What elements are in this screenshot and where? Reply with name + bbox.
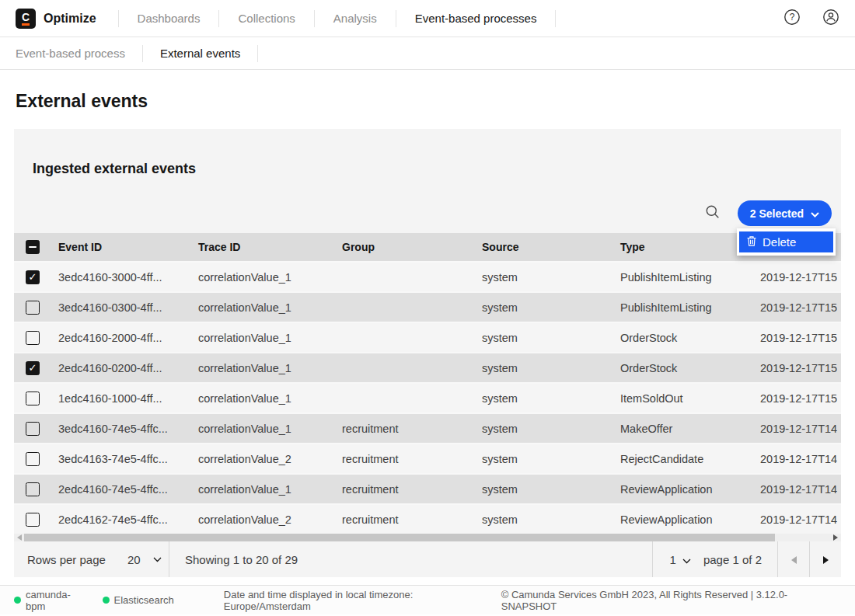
cell-type: PublishItemListing (620, 271, 760, 284)
cell-timestamp: 2019-12-17T15 (760, 392, 841, 405)
cell-type: RejectCandidate (620, 453, 760, 465)
scroll-left-icon[interactable] (14, 534, 24, 541)
status-dot-icon (103, 597, 110, 604)
horizontal-scrollbar[interactable] (14, 534, 841, 541)
cell-timestamp: 2019-12-17T14 (760, 423, 841, 435)
chevron-down-icon (811, 207, 819, 220)
select-all-checkbox[interactable] (26, 240, 40, 254)
table-body: ✓ 3edc4160-3000-4ff... correlationValue_… (14, 261, 841, 534)
copyright-text: © Camunda Services GmbH 2023, All Rights… (501, 589, 841, 612)
app-footer: camunda-bpm Elasticsearch Date and time … (0, 585, 855, 614)
cell-group: recruitment (342, 483, 482, 496)
camunda-logo: C (16, 9, 36, 29)
subnav-item-event-based-process[interactable]: Event-based process (0, 37, 142, 69)
header-checkbox-cell (14, 240, 58, 254)
nav-item-collections[interactable]: Collections (219, 0, 313, 37)
table-controls: 2 Selected (705, 200, 832, 226)
nav-separator (257, 45, 258, 62)
page-select[interactable]: 1 (653, 541, 703, 577)
rows-per-page-value[interactable]: 20 (127, 553, 141, 566)
row-checkbox[interactable] (26, 482, 40, 496)
logo-orange-bar (22, 23, 30, 26)
nav-item-analysis[interactable]: Analysis (315, 0, 396, 37)
row-checkbox[interactable]: ✓ (26, 361, 40, 375)
scroll-right-icon[interactable] (829, 534, 841, 541)
top-nav: Dashboards Collections Analysis Event-ba… (118, 0, 557, 37)
cell-timestamp: 2019-12-17T15 (760, 362, 841, 374)
brand-name: Optimize (44, 12, 96, 26)
row-checkbox[interactable] (26, 392, 40, 405)
column-header-event-id: Event ID (58, 241, 198, 253)
svg-text:?: ? (790, 12, 795, 23)
logo-letter: C (22, 12, 30, 23)
connection-label: Elasticsearch (114, 594, 174, 606)
cell-trace-id: correlationValue_1 (198, 301, 342, 314)
table-row: 3edc4160-74e5-4ffc... correlationValue_1… (14, 412, 841, 443)
rows-per-page-section: Rows per page 20 (14, 541, 169, 577)
cell-type: PublishItemListing (620, 301, 760, 314)
row-checkbox-cell (14, 392, 58, 405)
row-checkbox[interactable] (26, 452, 40, 466)
cell-timestamp: 2019-12-17T14 (760, 453, 841, 465)
cell-trace-id: correlationValue_1 (198, 332, 342, 344)
cell-trace-id: correlationValue_2 (198, 453, 342, 465)
scrollbar-thumb[interactable] (24, 534, 775, 541)
search-icon (705, 204, 721, 222)
cell-trace-id: correlationValue_1 (198, 483, 342, 496)
row-checkbox-cell: ✓ (14, 361, 58, 375)
chevron-right-icon (823, 553, 829, 566)
table-row: ✓ 3edc4160-3000-4ff... correlationValue_… (14, 261, 841, 291)
connection-status-elasticsearch: Elasticsearch (103, 594, 174, 606)
cell-event-id: 2edc4160-74e5-4ffc... (58, 483, 198, 496)
cell-type: ReviewApplication (620, 513, 760, 526)
rows-per-page-chevron-icon[interactable] (153, 557, 162, 562)
table-header-row: Event ID Trace ID Group Source Type (14, 233, 841, 261)
nav-item-dashboards[interactable]: Dashboards (119, 0, 219, 37)
column-header-trace-id: Trace ID (198, 241, 342, 253)
table-row: 1edc4160-1000-4ff... correlationValue_1 … (14, 382, 841, 412)
cell-timestamp: 2019-12-17T15 (760, 271, 841, 284)
user-button[interactable] (822, 9, 839, 28)
cell-event-id: 1edc4160-1000-4ff... (58, 392, 198, 405)
cell-type: OrderStock (620, 362, 760, 374)
table-row: 2edc4160-74e5-4ffc... correlationValue_1… (14, 473, 841, 503)
showing-range-label: Showing 1 to 20 of 29 (169, 541, 653, 577)
cell-source: system (482, 513, 620, 526)
cell-source: system (482, 301, 620, 314)
row-checkbox-cell (14, 422, 58, 436)
selection-dropdown-button[interactable]: 2 Selected (738, 200, 832, 226)
table-row: ✓ 2edc4160-0200-4ff... correlationValue_… (14, 352, 841, 382)
next-page-button[interactable] (809, 541, 841, 577)
column-header-group: Group (342, 241, 482, 253)
cell-event-id: 2edc4162-74e5-4ffc... (58, 513, 198, 526)
row-checkbox[interactable]: ✓ (26, 270, 40, 284)
previous-page-button[interactable] (777, 541, 809, 577)
cell-trace-id: correlationValue_1 (198, 423, 342, 435)
chevron-left-icon (791, 553, 797, 566)
cell-type: MakeOffer (620, 423, 760, 435)
sub-nav: Event-based process External events (0, 37, 855, 70)
row-checkbox-cell (14, 301, 58, 315)
row-checkbox-cell (14, 513, 58, 527)
delete-menu-item[interactable]: Delete (739, 231, 833, 252)
cell-type: OrderStock (620, 332, 760, 344)
rows-per-page-label: Rows per page (27, 553, 106, 566)
subnav-item-external-events[interactable]: External events (143, 37, 257, 69)
help-button[interactable]: ? (783, 9, 801, 28)
row-checkbox[interactable] (26, 422, 40, 436)
table-footer: Rows per page 20 Showing 1 to 20 of 29 1… (14, 541, 841, 577)
cell-event-id: 2edc4160-0200-4ff... (58, 362, 198, 374)
row-checkbox[interactable] (26, 331, 40, 345)
row-checkbox[interactable] (26, 301, 40, 315)
header-icons: ? (783, 9, 839, 28)
page-select-value: 1 (670, 553, 676, 566)
delete-menu-label: Delete (763, 235, 796, 249)
cell-trace-id: correlationValue_1 (198, 362, 342, 374)
events-table: Event ID Trace ID Group Source Type ✓ 3e… (14, 233, 841, 534)
row-checkbox[interactable] (26, 513, 40, 527)
trash-icon (746, 235, 757, 249)
row-checkbox-cell (14, 331, 58, 345)
search-button[interactable] (705, 204, 721, 222)
row-checkbox-cell: ✓ (14, 270, 58, 284)
nav-item-event-based-processes[interactable]: Event-based processes (396, 0, 556, 37)
